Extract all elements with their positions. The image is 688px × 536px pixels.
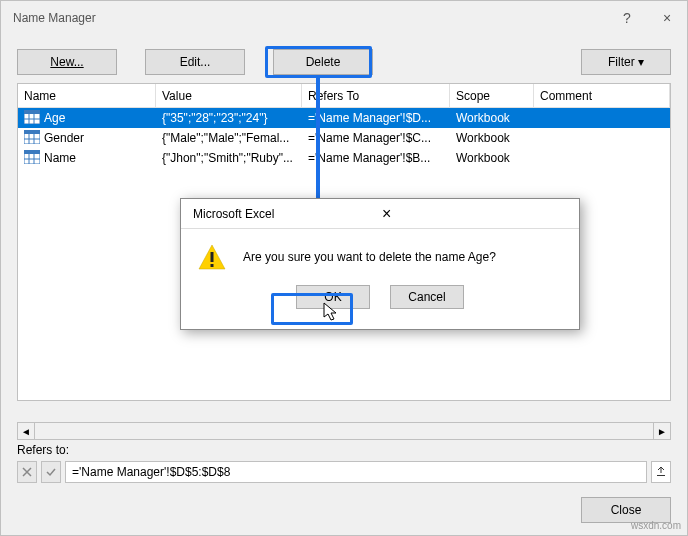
refers-to-section: Refers to:: [17, 443, 671, 483]
col-name-header[interactable]: Name: [18, 84, 156, 107]
expand-refers-icon[interactable]: [651, 461, 671, 483]
confirm-message: Are you sure you want to delete the name…: [243, 250, 496, 264]
refers-to-label: Refers to:: [17, 443, 671, 457]
confirm-close-button[interactable]: ×: [382, 205, 571, 223]
svg-rect-17: [211, 264, 214, 267]
svg-rect-6: [24, 130, 40, 134]
horizontal-scrollbar[interactable]: ◄ ►: [17, 422, 671, 440]
svg-rect-11: [24, 150, 40, 154]
cancel-button[interactable]: Cancel: [390, 285, 464, 309]
toolbar: New... Edit... Delete Filter ▾: [1, 35, 687, 83]
table-icon: [24, 110, 40, 127]
confirm-edit-icon[interactable]: [41, 461, 61, 483]
help-button[interactable]: ?: [607, 1, 647, 35]
confirm-title: Microsoft Excel: [193, 207, 382, 221]
scroll-right-arrow[interactable]: ►: [653, 422, 671, 440]
svg-rect-16: [211, 252, 214, 262]
table-icon: [24, 150, 40, 167]
scroll-track[interactable]: [35, 422, 653, 440]
close-window-button[interactable]: ×: [647, 1, 687, 35]
table-icon: [24, 130, 40, 147]
edit-button[interactable]: Edit...: [145, 49, 245, 75]
confirm-dialog: Microsoft Excel × Are you sure you want …: [180, 198, 580, 330]
table-row[interactable]: Age{"35";"28";"23";"24"}='Name Manager'!…: [18, 108, 670, 128]
new-button[interactable]: New...: [17, 49, 117, 75]
warning-icon: [197, 243, 227, 271]
col-refers-header[interactable]: Refers To: [302, 84, 450, 107]
table-row[interactable]: Name{"Jhon";"Smith";"Ruby"...='Name Mana…: [18, 148, 670, 168]
confirm-titlebar: Microsoft Excel ×: [181, 199, 579, 229]
refers-to-input[interactable]: [65, 461, 647, 483]
window-title: Name Manager: [13, 11, 607, 25]
filter-button[interactable]: Filter ▾: [581, 49, 671, 75]
column-headers: Name Value Refers To Scope Comment: [18, 84, 670, 108]
scroll-left-arrow[interactable]: ◄: [17, 422, 35, 440]
col-comment-header[interactable]: Comment: [534, 84, 670, 107]
watermark: wsxdn.com: [631, 520, 681, 531]
col-scope-header[interactable]: Scope: [450, 84, 534, 107]
delete-button[interactable]: Delete: [273, 49, 373, 75]
ok-button[interactable]: OK: [296, 285, 370, 309]
cancel-edit-icon[interactable]: [17, 461, 37, 483]
svg-rect-1: [24, 110, 40, 114]
svg-rect-15: [657, 475, 665, 476]
table-row[interactable]: Gender{"Male";"Male";"Femal...='Name Man…: [18, 128, 670, 148]
titlebar: Name Manager ? ×: [1, 1, 687, 35]
col-value-header[interactable]: Value: [156, 84, 302, 107]
